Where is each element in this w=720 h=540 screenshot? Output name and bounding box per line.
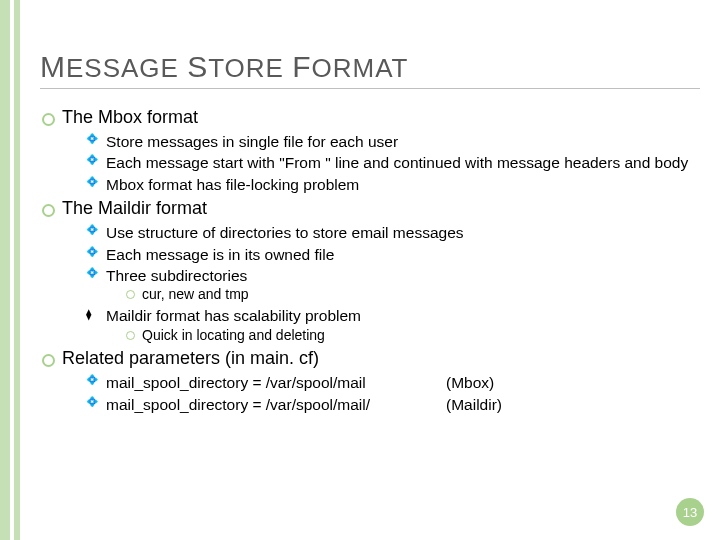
section-maildir: The Maildir format Use structure of dire…: [40, 198, 700, 344]
list-item: Maildir format has scalability problem Q…: [86, 306, 700, 344]
section-heading: The Maildir format: [62, 198, 700, 219]
param-note: (Mbox): [446, 373, 494, 392]
accent-stripe-1: [0, 0, 10, 540]
section-heading: The Mbox format: [62, 107, 700, 128]
list-item: mail_spool_directory = /var/spool/mail (…: [86, 373, 700, 392]
list-item: Store messages in single file for each u…: [86, 132, 700, 151]
list-item: mail_spool_directory = /var/spool/mail/ …: [86, 395, 700, 414]
param-path: mail_spool_directory = /var/spool/mail: [106, 373, 446, 392]
slide-content: MESSAGE STORE FORMAT The Mbox format Sto…: [40, 50, 700, 418]
param-path: mail_spool_directory = /var/spool/mail/: [106, 395, 446, 414]
list-item: Each message is in its owned file: [86, 245, 700, 264]
page-number-badge: 13: [676, 498, 704, 526]
section-mbox: The Mbox format Store messages in single…: [40, 107, 700, 194]
section-related: Related parameters (in main. cf) mail_sp…: [40, 348, 700, 414]
accent-stripe-2: [14, 0, 20, 540]
section-heading: Related parameters (in main. cf): [62, 348, 700, 369]
list-item: Use structure of directories to store em…: [86, 223, 700, 242]
list-sub-item: cur, new and tmp: [126, 285, 700, 304]
list-item: Three subdirectories cur, new and tmp: [86, 266, 700, 304]
list-item: Mbox format has file-locking problem: [86, 175, 700, 194]
list-sub-item: Quick in locating and deleting: [126, 326, 700, 345]
outline-list: The Mbox format Store messages in single…: [40, 107, 700, 414]
list-item: Each message start with "From " line and…: [86, 153, 700, 172]
slide-title: MESSAGE STORE FORMAT: [40, 50, 700, 89]
param-note: (Maildir): [446, 395, 502, 414]
